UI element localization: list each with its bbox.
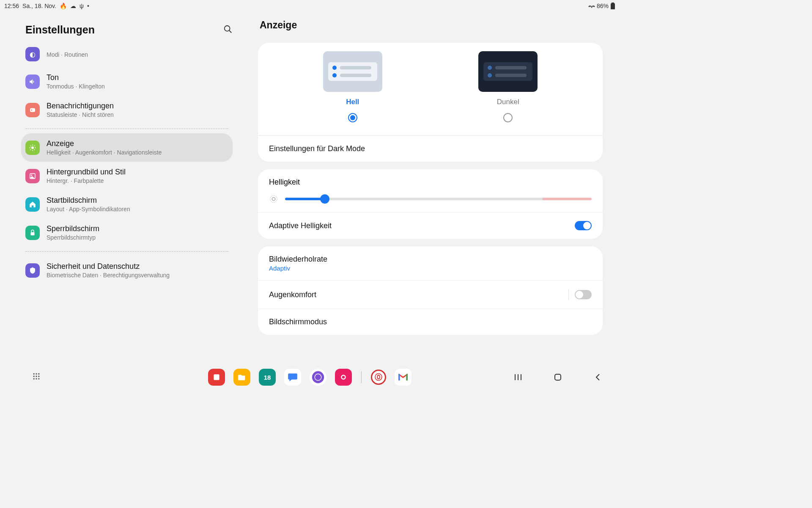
svg-point-24 xyxy=(36,375,37,377)
svg-point-6 xyxy=(31,146,34,149)
dock-app-calendar[interactable]: 18 xyxy=(259,369,276,386)
sun-icon xyxy=(269,194,278,204)
sidebar-item-notifications[interactable]: Benachrichtigungen Statusleiste · Nicht … xyxy=(21,96,233,124)
dock-app-1[interactable] xyxy=(208,369,225,386)
svg-rect-29 xyxy=(214,374,219,380)
adaptive-brightness-row[interactable]: Adaptive Helligkeit xyxy=(258,212,603,239)
status-date: Sa., 18. Nov. xyxy=(22,3,56,9)
sidebar-item-sub: Helligkeit · Augenkomfort · Navigationsl… xyxy=(47,149,162,156)
sidebar-item-sub: Hintergr. · Farbpalette xyxy=(47,177,126,184)
dock-app-messages[interactable] xyxy=(284,369,301,386)
svg-point-18 xyxy=(272,197,275,200)
dark-mode-settings-row[interactable]: Einstellungen für Dark Mode xyxy=(258,135,603,162)
theme-label-dark: Dunkel xyxy=(497,98,519,106)
nav-buttons xyxy=(513,372,603,382)
brightness-slider[interactable] xyxy=(285,198,592,200)
eye-comfort-label: Augenkomfort xyxy=(269,290,316,299)
sidebar-item-label: Sicherheit und Datenschutz xyxy=(47,262,170,271)
brightness-slider-row xyxy=(269,194,592,204)
battery-icon xyxy=(610,3,615,9)
svg-point-27 xyxy=(36,378,37,379)
sidebar-item-security[interactable]: Sicherheit und Datenschutz Biometrische … xyxy=(21,256,233,284)
svg-rect-4 xyxy=(30,108,35,112)
sidebar-item-sound[interactable]: Ton Tonmodus · Klingelton xyxy=(21,67,233,96)
shield-icon xyxy=(25,263,40,278)
sidebar-item-modes[interactable]: ◐ Modi · Routinen xyxy=(21,47,233,67)
sidebar-item-homescreen[interactable]: Startbildschirm Layout · App-Symbolindik… xyxy=(21,190,233,218)
sidebar-item-sub: Sperrbildschirmtyp xyxy=(47,234,99,241)
eye-comfort-row[interactable]: Augenkomfort xyxy=(258,280,603,309)
svg-rect-40 xyxy=(555,374,561,380)
svg-rect-17 xyxy=(31,232,35,235)
sidebar-item-wallpaper[interactable]: Hintergrundbild und Stil Hintergr. · Far… xyxy=(21,162,233,190)
divider xyxy=(25,251,228,252)
svg-point-19 xyxy=(270,196,277,203)
slider-thumb[interactable] xyxy=(320,194,329,204)
dock-app-gmail[interactable] xyxy=(395,369,411,386)
svg-line-12 xyxy=(34,149,35,150)
display-icon xyxy=(25,141,40,155)
sidebar-item-sub: Modi · Routinen xyxy=(47,51,88,58)
refresh-rate-row[interactable]: Bildwiederholrate Adaptiv xyxy=(258,246,603,280)
dark-mode-settings-label: Einstellungen für Dark Mode xyxy=(269,144,365,153)
svg-rect-36 xyxy=(406,374,408,380)
content-title: Anzeige xyxy=(258,19,603,31)
wifi-icon xyxy=(588,3,595,9)
dock-app-ul[interactable]: ⓪ xyxy=(371,370,386,385)
battery-text: 86% xyxy=(597,3,609,9)
refresh-rate-label: Bildwiederholrate xyxy=(269,255,327,264)
cloud-icon: ☁ xyxy=(70,3,76,9)
svg-point-16 xyxy=(31,174,32,176)
sidebar-item-lockscreen[interactable]: Sperrbildschirm Sperrbildschirmtyp xyxy=(21,218,233,247)
svg-rect-35 xyxy=(398,374,400,380)
brightness-title: Helligkeit xyxy=(269,178,592,187)
svg-point-23 xyxy=(33,375,35,377)
radio-dark[interactable] xyxy=(503,113,513,122)
svg-point-20 xyxy=(33,373,35,375)
screen-mode-label: Bildschirmmodus xyxy=(269,318,327,326)
divider xyxy=(25,128,228,129)
status-left: 12:56 Sa., 18. Nov. 🔥 ☁ ψ • xyxy=(4,3,89,9)
svg-point-26 xyxy=(33,378,35,379)
modes-icon: ◐ xyxy=(25,47,40,61)
svg-point-28 xyxy=(38,378,39,379)
sidebar-list[interactable]: ◐ Modi · Routinen Ton Tonmodus · Klingel… xyxy=(4,47,241,367)
theme-option-dark[interactable]: Dunkel xyxy=(478,51,538,122)
screen-mode-row[interactable]: Bildschirmmodus xyxy=(258,309,603,335)
theme-option-light[interactable]: Hell xyxy=(323,51,382,122)
adaptive-brightness-toggle[interactable] xyxy=(575,221,592,230)
theme-card: Hell Dunkel Einstellungen für Dark Mode xyxy=(258,43,603,162)
svg-point-34 xyxy=(342,376,345,379)
dock-app-camera[interactable] xyxy=(335,369,352,386)
svg-point-25 xyxy=(38,375,39,377)
more-display-card: Bildwiederholrate Adaptiv Augenkomfort B… xyxy=(258,246,603,335)
sidebar-item-display[interactable]: Anzeige Helligkeit · Augenkomfort · Navi… xyxy=(21,133,233,162)
status-bar: 12:56 Sa., 18. Nov. 🔥 ☁ ψ • 86% xyxy=(0,0,620,12)
apps-drawer-button[interactable] xyxy=(32,372,41,382)
nav-recents[interactable] xyxy=(513,372,523,382)
settings-sidebar: Einstellungen ◐ Modi · Routinen Ton Ton xyxy=(0,12,245,367)
sidebar-header: Einstellungen xyxy=(4,19,241,47)
display-content[interactable]: Anzeige Hell xyxy=(245,12,620,367)
dock-app-files[interactable] xyxy=(233,369,250,386)
theme-label-light: Hell xyxy=(346,98,359,106)
theme-preview-light xyxy=(323,51,382,92)
refresh-rate-value: Adaptiv xyxy=(269,265,327,272)
dock-app-browser[interactable] xyxy=(310,369,326,386)
nav-back[interactable] xyxy=(593,372,603,382)
sidebar-item-label: Hintergrundbild und Stil xyxy=(47,168,126,177)
radio-light[interactable] xyxy=(348,113,357,122)
eye-comfort-toggle[interactable] xyxy=(575,290,592,299)
sidebar-item-sub: Layout · App-Symbolindikatoren xyxy=(47,206,130,213)
nav-home[interactable] xyxy=(553,372,563,382)
sidebar-item-label: Ton xyxy=(47,73,105,82)
search-button[interactable] xyxy=(223,25,233,35)
status-right: 86% xyxy=(588,3,615,9)
sidebar-title: Einstellungen xyxy=(25,24,95,36)
svg-line-14 xyxy=(34,145,35,146)
svg-line-11 xyxy=(30,145,31,146)
svg-point-5 xyxy=(31,109,32,110)
sidebar-item-label: Benachrichtigungen xyxy=(47,102,114,110)
sidebar-item-sub: Tonmodus · Klingelton xyxy=(47,83,105,90)
dot-icon: • xyxy=(87,3,89,9)
